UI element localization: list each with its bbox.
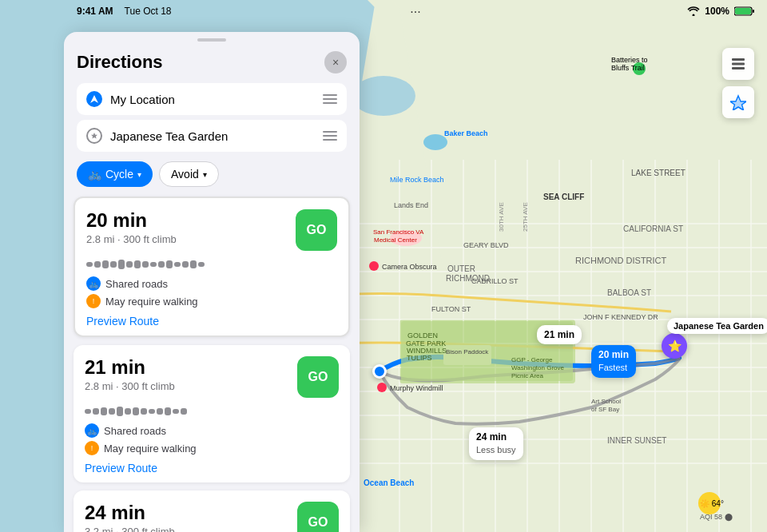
cycle-filter-button[interactable]: 🚲 Cycle ▾ bbox=[77, 161, 153, 187]
route-1-info: 20 min 2.8 mi · 300 ft climb bbox=[86, 209, 177, 245]
route-3-go-button[interactable]: GO bbox=[297, 502, 339, 532]
route-2-top: 21 min 2.8 mi · 300 ft climb GO bbox=[85, 356, 339, 398]
route-3-info: 24 min 3.2 mi · 300 ft climb bbox=[85, 502, 175, 532]
status-date: Tue Oct 18 bbox=[125, 6, 172, 17]
star-icon bbox=[90, 132, 98, 140]
avoid-filter-button[interactable]: Avoid ▾ bbox=[159, 161, 219, 187]
panel-header: Directions × bbox=[64, 51, 360, 83]
origin-reorder-handle[interactable] bbox=[323, 94, 337, 104]
battery-text: 100% bbox=[705, 6, 729, 17]
route-24min-label[interactable]: 24 minLess busy bbox=[469, 427, 523, 460]
route-2-preview-link[interactable]: Preview Route bbox=[85, 462, 339, 474]
svg-text:Lands End: Lands End bbox=[394, 201, 428, 209]
route-2-go-button[interactable]: GO bbox=[297, 356, 339, 398]
destination-map-pin: ⭐ bbox=[662, 333, 687, 359]
route-2-time: 21 min bbox=[85, 356, 175, 379]
origin-icon bbox=[86, 91, 102, 107]
walking-warn-icon-1: ! bbox=[86, 294, 101, 308]
route-3-time: 24 min bbox=[85, 502, 175, 524]
status-icons: 100% bbox=[687, 6, 754, 17]
route-2-info: 21 min 2.8 mi · 300 ft climb bbox=[85, 356, 175, 392]
svg-text:Ocean Beach: Ocean Beach bbox=[364, 478, 414, 487]
route-1-warnings: 🚲 Shared roads ! May require walking bbox=[86, 276, 337, 308]
svg-text:Batteries to: Batteries to bbox=[611, 56, 648, 64]
svg-text:☀️ 64°: ☀️ 64° bbox=[700, 498, 724, 509]
svg-point-28 bbox=[352, 76, 415, 116]
svg-text:LAKE STREET: LAKE STREET bbox=[631, 169, 686, 177]
svg-text:CALIFORNIA ST: CALIFORNIA ST bbox=[623, 224, 683, 233]
svg-text:RICHMOND DISTRICT: RICHMOND DISTRICT bbox=[575, 256, 667, 265]
destination-label: Japanese Tea Garden bbox=[110, 129, 315, 143]
svg-text:GGP - George: GGP - George bbox=[511, 356, 553, 363]
cycle-icon: 🚲 bbox=[88, 168, 101, 181]
status-bar: 9:41 AM Tue Oct 18 ··· 100% bbox=[64, 0, 767, 22]
route-1-warning-1: 🚲 Shared roads bbox=[86, 276, 337, 291]
svg-text:25TH AVE: 25TH AVE bbox=[522, 202, 529, 232]
svg-text:30TH AVE: 30TH AVE bbox=[498, 202, 505, 232]
map-controls bbox=[722, 48, 754, 118]
status-time: 9:41 AM bbox=[77, 6, 113, 17]
svg-text:Picnic Area: Picnic Area bbox=[511, 372, 544, 379]
svg-text:Baker Beach: Baker Beach bbox=[444, 129, 488, 137]
svg-point-42 bbox=[369, 261, 379, 271]
svg-text:JOHN F KENNEDY DR: JOHN F KENNEDY DR bbox=[583, 313, 658, 321]
route-card-3[interactable]: 24 min 3.2 mi · 300 ft climb GO 🚲 Bike l… bbox=[74, 490, 350, 532]
route-card-1[interactable]: 20 min 2.8 mi · 300 ft climb GO 🚲 bbox=[74, 197, 350, 337]
route-1-warning-2: ! May require walking bbox=[86, 294, 337, 308]
origin-row[interactable]: My Location bbox=[77, 83, 347, 115]
route-2-bar bbox=[85, 406, 339, 417]
origin-label: My Location bbox=[110, 93, 315, 106]
svg-text:Camera Obscura: Camera Obscura bbox=[382, 263, 437, 271]
route-card-2[interactable]: 21 min 2.8 mi · 300 ft climb GO 🚲 Shared… bbox=[74, 345, 350, 482]
svg-text:Medical Center: Medical Center bbox=[374, 236, 417, 244]
walking-warn-icon-2: ! bbox=[85, 441, 99, 455]
route-fastest-label[interactable]: 20 minFastest bbox=[591, 345, 636, 378]
svg-text:Mile Rock Beach: Mile Rock Beach bbox=[390, 176, 444, 184]
svg-point-44 bbox=[377, 383, 387, 392]
route-1-top: 20 min 2.8 mi · 300 ft climb GO bbox=[86, 209, 337, 251]
svg-marker-80 bbox=[91, 133, 97, 139]
avoid-chevron: ▾ bbox=[203, 170, 207, 179]
svg-text:BALBOA ST: BALBOA ST bbox=[607, 288, 651, 297]
destination-label: Japanese Tea Garden bbox=[667, 318, 767, 334]
svg-text:Washington Grove: Washington Grove bbox=[511, 364, 565, 371]
battery-icon bbox=[734, 6, 754, 16]
svg-rect-75 bbox=[735, 8, 751, 14]
svg-text:GEARY BLVD: GEARY BLVD bbox=[463, 241, 509, 249]
svg-text:Murphy Windmill: Murphy Windmill bbox=[390, 384, 443, 392]
close-button[interactable]: × bbox=[324, 51, 347, 73]
route-3-top: 24 min 3.2 mi · 300 ft climb GO bbox=[85, 502, 339, 532]
directions-panel: Directions × My Location Japanese Tea Ga… bbox=[64, 32, 360, 532]
svg-text:AQI 58 ⬤: AQI 58 ⬤ bbox=[700, 513, 733, 522]
svg-rect-74 bbox=[753, 10, 754, 13]
origin-map-pin bbox=[372, 364, 387, 379]
svg-text:GOLDEN: GOLDEN bbox=[407, 332, 438, 339]
route-2-warning-1: 🚲 Shared roads bbox=[85, 423, 339, 438]
map-layers-button[interactable] bbox=[722, 48, 754, 80]
panel-title: Directions bbox=[77, 52, 163, 73]
svg-text:Art School: Art School bbox=[591, 398, 621, 405]
route-21min-label[interactable]: 21 min bbox=[537, 325, 582, 344]
location-inputs: My Location Japanese Tea Garden bbox=[64, 83, 360, 161]
destination-icon bbox=[86, 128, 102, 144]
svg-text:Bison Paddock: Bison Paddock bbox=[446, 348, 489, 355]
destination-row[interactable]: Japanese Tea Garden bbox=[77, 120, 347, 152]
navigation-icon bbox=[89, 94, 99, 104]
route-1-preview-link[interactable]: Preview Route bbox=[86, 315, 337, 328]
route-2-detail: 2.8 mi · 300 ft climb bbox=[85, 380, 175, 392]
svg-text:TULIPS: TULIPS bbox=[407, 354, 432, 362]
shared-roads-icon: 🚲 bbox=[86, 276, 101, 291]
svg-text:of SF Bay: of SF Bay bbox=[591, 406, 619, 413]
route-1-go-button[interactable]: GO bbox=[296, 209, 337, 251]
route-2-warnings: 🚲 Shared roads ! May require walking bbox=[85, 423, 339, 455]
wifi-icon bbox=[687, 6, 700, 16]
route-2-warning-2: ! May require walking bbox=[85, 441, 339, 455]
svg-rect-78 bbox=[732, 67, 745, 69]
svg-text:INNER SUNSET: INNER SUNSET bbox=[607, 436, 666, 445]
my-location-button[interactable] bbox=[722, 86, 754, 118]
destination-reorder-handle[interactable] bbox=[323, 131, 337, 141]
svg-rect-76 bbox=[732, 58, 745, 61]
filter-row: 🚲 Cycle ▾ Avoid ▾ bbox=[64, 161, 360, 197]
drag-handle bbox=[197, 38, 226, 42]
route-1-bar bbox=[86, 259, 337, 270]
